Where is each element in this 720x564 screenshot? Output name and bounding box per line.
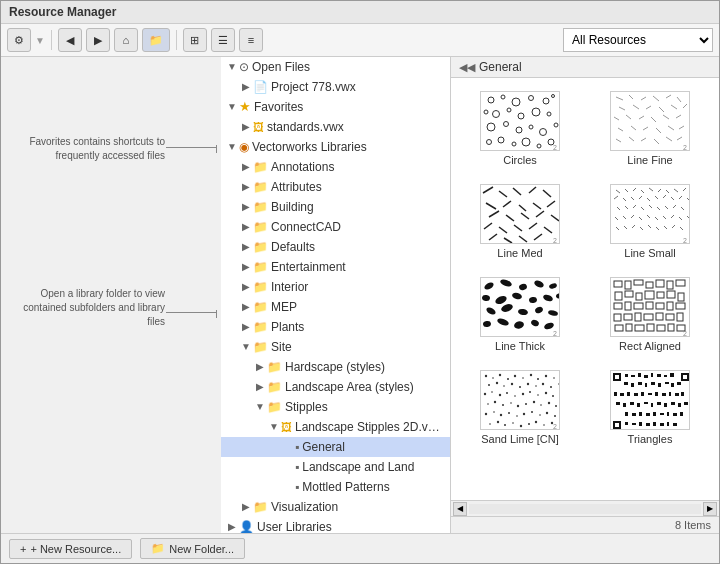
tree-item-user-libs[interactable]: ▶ 👤 User Libraries xyxy=(221,517,450,533)
open-files-icon: ⊙ xyxy=(239,58,249,76)
expand-interior[interactable]: ▶ xyxy=(239,278,253,296)
expand-mep[interactable]: ▶ xyxy=(239,298,253,316)
svg-rect-264 xyxy=(644,375,648,378)
list-view-button[interactable]: ☰ xyxy=(211,28,235,52)
expand-defaults[interactable]: ▶ xyxy=(239,238,253,256)
expand-entertainment[interactable]: ▶ xyxy=(239,258,253,276)
tree-item-site[interactable]: ▼ 📁 Site xyxy=(221,337,450,357)
folder-icon-connectcad: 📁 xyxy=(253,218,268,236)
tree-item-open-files[interactable]: ▼ ⊙ Open Files xyxy=(221,57,450,77)
folder-icon-building: 📁 xyxy=(253,198,268,216)
status-bar: 8 Items xyxy=(451,516,719,533)
grid-item-circles[interactable]: 2 Circles xyxy=(459,86,581,171)
tree-item-hardscape[interactable]: ▶ 📁 Hardscape (styles) xyxy=(221,357,450,377)
tree-item-connectcad[interactable]: ▶ 📁 ConnectCAD xyxy=(221,217,450,237)
svg-rect-258 xyxy=(683,375,687,379)
favorites-annotation: Favorites contains shortcuts to frequent… xyxy=(5,135,165,163)
expand-favorites[interactable]: ▼ xyxy=(225,98,239,116)
svg-rect-289 xyxy=(616,402,620,405)
grid-item-line-thick[interactable]: 2 Line Thick xyxy=(459,272,581,357)
settings-button[interactable]: ⚙ xyxy=(7,28,31,52)
grid-item-line-med[interactable]: 2 Line Med xyxy=(459,179,581,264)
tree-item-plants[interactable]: ▶ 📁 Plants xyxy=(221,317,450,337)
tree-item-annotations[interactable]: ▶ 📁 Annotations xyxy=(221,157,450,177)
expand-building[interactable]: ▶ xyxy=(239,198,253,216)
expand-site[interactable]: ▼ xyxy=(239,338,253,356)
grid-item-triangles[interactable]: Triangles xyxy=(589,365,711,450)
tree-item-landscape-area[interactable]: ▶ 📁 Landscape Area (styles) xyxy=(221,377,450,397)
grid-view-button[interactable]: ⊞ xyxy=(183,28,207,52)
tree-item-landscape-and-land[interactable]: ▪ Landscape and Land xyxy=(221,457,450,477)
thumb-linethick: 2 xyxy=(480,277,560,337)
expand-landscape-stipples[interactable]: ▼ xyxy=(267,418,281,436)
expand-visualization[interactable]: ▶ xyxy=(239,498,253,516)
svg-point-244 xyxy=(489,423,491,425)
tree-item-building[interactable]: ▶ 📁 Building xyxy=(221,197,450,217)
tree-item-project778[interactable]: ▶ 📄 Project 778.vwx xyxy=(221,77,450,97)
expand-landscape-area[interactable]: ▶ xyxy=(253,378,267,396)
tree-item-visualization[interactable]: ▶ 📁 Visualization xyxy=(221,497,450,517)
tree-item-mottled-patterns[interactable]: ▪ Mottled Patterns xyxy=(221,477,450,497)
file-img-icon-standards: 🖼 xyxy=(253,118,264,136)
svg-point-233 xyxy=(555,405,557,407)
tree-item-mep[interactable]: ▶ 📁 MEP xyxy=(221,297,450,317)
user-libs-label: User Libraries xyxy=(257,518,332,533)
new-resource-button[interactable]: + + New Resource... xyxy=(9,539,132,559)
svg-rect-298 xyxy=(678,403,681,407)
vw-libs-icon: ◉ xyxy=(239,138,249,156)
expand-attributes[interactable]: ▶ xyxy=(239,178,253,196)
expand-standards[interactable]: ▶ xyxy=(239,118,253,136)
expand-user-libs[interactable]: ▶ xyxy=(225,518,239,533)
detail-view-button[interactable]: ≡ xyxy=(239,28,263,52)
landscape-and-land-label: Landscape and Land xyxy=(302,458,414,476)
annotation-line-folder xyxy=(166,312,216,313)
svg-rect-297 xyxy=(671,402,675,405)
expand-project778[interactable]: ▶ xyxy=(239,78,253,96)
tree-item-favorites[interactable]: ▼ ★ Favorites xyxy=(221,97,450,117)
tree-item-entertainment[interactable]: ▶ 📁 Entertainment xyxy=(221,257,450,277)
folder-annotation: Open a library folder to view contained … xyxy=(5,287,165,329)
tree-item-landscape-stipples[interactable]: ▼ 🖼 Landscape Stipples 2D.v… xyxy=(221,417,450,437)
thumb-linefine: 2 xyxy=(610,91,690,151)
tree-item-attributes[interactable]: ▶ 📁 Attributes xyxy=(221,177,450,197)
svg-point-216 xyxy=(499,394,501,396)
tree-item-standards[interactable]: ▶ 🖼 standards.vwx xyxy=(221,117,450,137)
grid-item-rect-aligned[interactable]: 2 Rect Aligned xyxy=(589,272,711,357)
expand-connectcad[interactable]: ▶ xyxy=(239,218,253,236)
grid-item-line-small[interactable]: 2 Line Small xyxy=(589,179,711,264)
expand-hardscape[interactable]: ▶ xyxy=(253,358,267,376)
grid-item-line-fine[interactable]: 2 Line Fine xyxy=(589,86,711,171)
back-button[interactable]: ◀ xyxy=(58,28,82,52)
svg-text:2: 2 xyxy=(553,144,557,151)
detail-icon: ≡ xyxy=(248,34,254,46)
tree-item-defaults[interactable]: ▶ 📁 Defaults xyxy=(221,237,450,257)
expand-annotations[interactable]: ▶ xyxy=(239,158,253,176)
expand-open-files[interactable]: ▼ xyxy=(225,58,239,76)
tree-item-general[interactable]: ▪ General xyxy=(221,437,450,457)
tree-item-vw-libs[interactable]: ▼ ◉ Vectorworks Libraries xyxy=(221,137,450,157)
folder-icon-hardscape: 📁 xyxy=(267,358,282,376)
scroll-right-button[interactable]: ▶ xyxy=(703,502,717,516)
forward-button[interactable]: ▶ xyxy=(86,28,110,52)
svg-rect-309 xyxy=(625,422,628,425)
new-folder-button[interactable]: 📁 New Folder... xyxy=(140,538,245,559)
svg-rect-316 xyxy=(673,423,677,426)
horizontal-scrollbar[interactable]: ◀ ▶ xyxy=(451,500,719,516)
grid-item-sand-lime[interactable]: 2 Sand Lime [CN] xyxy=(459,365,581,450)
svg-point-196 xyxy=(499,374,501,376)
expand-stipples[interactable]: ▼ xyxy=(253,398,267,416)
scroll-left-button[interactable]: ◀ xyxy=(453,502,467,516)
svg-rect-193 xyxy=(481,371,560,430)
expand-vw-libs[interactable]: ▼ xyxy=(225,138,239,156)
annotation-line-folder-v xyxy=(216,310,217,318)
svg-point-199 xyxy=(522,377,524,379)
thumb-linesmall: 2 xyxy=(610,184,690,244)
tree-item-interior[interactable]: ▶ 📁 Interior xyxy=(221,277,450,297)
expand-plants[interactable]: ▶ xyxy=(239,318,253,336)
home-button[interactable]: ⌂ xyxy=(114,28,138,52)
resources-dropdown[interactable]: All Resources xyxy=(563,28,713,52)
landscape-stipples-label: Landscape Stipples 2D.v… xyxy=(295,418,440,436)
folder-button[interactable]: 📁 xyxy=(142,28,170,52)
svg-rect-268 xyxy=(670,373,674,377)
tree-item-stipples[interactable]: ▼ 📁 Stipples xyxy=(221,397,450,417)
